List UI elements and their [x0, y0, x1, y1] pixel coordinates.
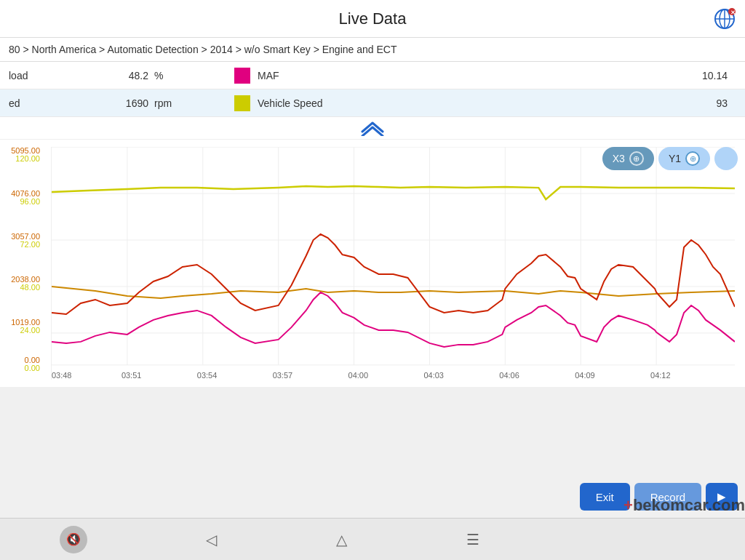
x3-label: X3: [613, 153, 625, 164]
svg-text:03:48: 03:48: [52, 371, 71, 380]
breadcrumb: 80 > North America > Automatic Detection…: [0, 38, 745, 62]
y1-button[interactable]: Y1 ⊕: [658, 147, 710, 170]
bottom-buttons: Exit Record ▶: [580, 483, 738, 511]
svg-text:03:57: 03:57: [273, 371, 292, 380]
sensor-label-1: Vehicle Speed: [258, 97, 716, 109]
y-label-2: 3057.00 72.00: [0, 233, 40, 249]
row-value-1: 1690: [96, 97, 154, 109]
y-label-1: 4076.00 96.00: [0, 190, 40, 206]
chevron-up-icon[interactable]: [359, 120, 386, 136]
svg-text:03:54: 03:54: [197, 371, 217, 380]
title-bar: Live Data ✕: [0, 0, 745, 38]
data-row: load 48.2 % MAF 10.14: [0, 62, 745, 89]
sensor-value-0: 10.14: [702, 70, 736, 81]
row-value-0: 48.2: [96, 70, 154, 81]
sensor-value-1: 93: [716, 97, 736, 109]
data-rows: load 48.2 % MAF 10.14 ed 1690 rpm Vehicl…: [0, 62, 745, 117]
row-unit-1: rpm: [154, 97, 191, 109]
row-right-1: Vehicle Speed 93: [191, 95, 736, 111]
extra-nav-button[interactable]: ▶: [706, 483, 738, 511]
globe-icon[interactable]: ✕: [713, 7, 736, 31]
line-chart: 03:48 03:51 03:54 03:57 04:00 04:03 04:0…: [51, 147, 735, 380]
row-unit-0: %: [154, 70, 191, 81]
svg-text:✕: ✕: [730, 9, 736, 16]
vehicle-speed-line: [52, 186, 735, 199]
svg-text:04:09: 04:09: [575, 371, 594, 380]
svg-text:04:06: 04:06: [499, 371, 519, 380]
maf-line: [52, 292, 735, 347]
back-button[interactable]: ◁: [206, 531, 217, 548]
svg-text:04:03: 04:03: [423, 371, 443, 380]
home-button[interactable]: △: [336, 531, 347, 548]
y-label-4: 1019.00 24.00: [0, 319, 40, 335]
y-label-3: 2038.00 48.00: [0, 276, 40, 292]
y-axis: 5095.00 120.00 4076.00 96.00 3057.00 72.…: [0, 147, 51, 372]
y1-search-icon: ⊕: [685, 151, 700, 166]
svg-text:04:00: 04:00: [348, 371, 368, 380]
speaker-icon: 🔇: [66, 532, 81, 546]
sensor-label-0: MAF: [258, 70, 702, 81]
rpm-line: [52, 234, 735, 314]
y-label-0: 5095.00 120.00: [0, 147, 40, 163]
chart-section: X3 ⊕ Y1 ⊕ 5095.00 120.00 4076.00 96.00 3…: [0, 140, 745, 387]
x3-button[interactable]: X3 ⊕: [602, 147, 654, 170]
page-title: Live Data: [339, 9, 407, 28]
row-right-0: MAF 10.14: [191, 68, 736, 84]
data-row-alt: ed 1690 rpm Vehicle Speed 93: [0, 89, 745, 117]
menu-button[interactable]: ☰: [466, 531, 479, 548]
y1-label: Y1: [669, 153, 681, 164]
exit-button[interactable]: Exit: [580, 483, 630, 511]
svg-text:03:51: 03:51: [121, 371, 141, 380]
speed-color-box: [234, 95, 250, 111]
collapse-arrows[interactable]: [0, 117, 745, 140]
row-label-1: ed: [9, 97, 96, 109]
speaker-button[interactable]: 🔇: [60, 526, 87, 553]
bottom-nav: 🔇 ◁ △ ☰: [0, 518, 745, 560]
record-button[interactable]: Record: [634, 483, 701, 511]
svg-text:04:12: 04:12: [650, 371, 670, 380]
chart-controls: X3 ⊕ Y1 ⊕: [602, 147, 738, 170]
x3-search-icon: ⊕: [629, 151, 644, 166]
y-label-5: 0.00 0.00: [0, 356, 40, 372]
extra-button[interactable]: [714, 147, 738, 170]
load-line: [52, 287, 735, 298]
chart-wrapper: 5095.00 120.00 4076.00 96.00 3057.00 72.…: [0, 140, 745, 387]
maf-color-box: [234, 68, 250, 84]
row-label-0: load: [9, 70, 96, 81]
